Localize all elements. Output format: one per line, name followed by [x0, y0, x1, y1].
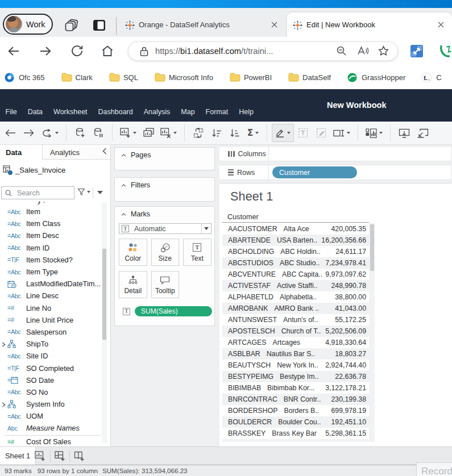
refresh-icon[interactable] — [71, 44, 84, 58]
clear-sheet-button[interactable] — [157, 124, 180, 142]
table-column-header[interactable]: Customer — [227, 213, 259, 221]
read-aloud-icon[interactable] — [357, 45, 368, 57]
tab-analytics[interactable]: Analytics — [42, 145, 110, 160]
bookmark-item[interactable]: t. C — [422, 73, 441, 82]
new-worksheet-tab-button[interactable] — [31, 447, 49, 465]
bookmark-item[interactable]: SQL — [109, 73, 138, 82]
field-row[interactable]: =T|F Item Stocked? — [0, 254, 101, 266]
datasource-item[interactable]: _Sales_Invoice — [0, 164, 110, 176]
field-row[interactable]: = SO Date — [0, 374, 101, 386]
new-story-button[interactable] — [71, 447, 88, 465]
fields-scrollbar[interactable] — [102, 202, 107, 443]
tab-close-icon[interactable] — [268, 19, 280, 31]
mark-button[interactable]: T Detail — [119, 271, 147, 298]
show-mark-labels-button[interactable] — [294, 124, 312, 142]
address-bar[interactable]: https://bi1.dataself.com/t/traini... — [128, 41, 398, 61]
table-row[interactable]: AACUSTOMER Alta Ace 420,005.35 — [222, 223, 369, 235]
mark-type-caret[interactable] — [201, 224, 211, 233]
profile-button[interactable]: Work — [3, 14, 53, 35]
field-row[interactable]: =# Line No — [0, 302, 101, 314]
table-row[interactable]: BRASSKEY Brass Key Bar 5,298,361.15 — [222, 428, 369, 439]
marks-card-header[interactable]: Marks — [121, 210, 150, 218]
field-row[interactable]: =# Line Unit Price — [0, 314, 101, 326]
fields-scrollbar-thumb[interactable] — [102, 249, 106, 340]
home-icon[interactable] — [101, 44, 114, 58]
undo-button[interactable] — [1, 124, 19, 142]
field-row[interactable]: =Abc SO No — [0, 386, 101, 398]
table-row[interactable]: BNRCONTRAC BNR Contr.. 230,199.38 — [222, 394, 369, 405]
menu-item[interactable]: File — [0, 106, 22, 118]
redo-button[interactable] — [19, 124, 38, 142]
sort-fields-icon[interactable] — [97, 191, 103, 194]
table-row[interactable]: ABCVENTURE ABC Capita.. 9,973,097.62 — [222, 269, 369, 280]
bookmark-item[interactable]: GrassHopper — [347, 73, 405, 82]
field-row[interactable]: =Abc Item Class — [0, 218, 101, 229]
zoom-out-icon[interactable] — [336, 45, 347, 57]
highlight-button[interactable] — [272, 124, 294, 142]
filter-fields-icon[interactable] — [77, 188, 90, 196]
rows-shelf[interactable]: Rows Customer — [219, 165, 452, 180]
field-row[interactable]: =Abc Line Desc — [0, 290, 101, 302]
field-row[interactable]: =Abc Item Type — [0, 266, 101, 278]
replay-button[interactable] — [38, 124, 61, 142]
totals-button[interactable]: Σ — [244, 124, 262, 142]
table-row[interactable]: APOSTELSCH Church of T.. 5,202,506.09 — [222, 325, 369, 337]
field-row[interactable]: =Abc Site ID — [0, 350, 101, 362]
menu-item[interactable]: Data — [22, 106, 48, 118]
menu-item[interactable]: Help — [234, 106, 259, 118]
workspaces-icon[interactable] — [64, 19, 79, 33]
field-row[interactable]: System Info — [0, 398, 101, 410]
duplicate-sheet-button[interactable] — [139, 124, 157, 142]
field-row[interactable]: =Abc Item ID — [0, 242, 101, 254]
collapse-pane-icon[interactable] — [102, 148, 107, 155]
tab-close-icon[interactable] — [435, 19, 446, 31]
field-row[interactable]: LastModifiedDateTim... — [0, 278, 101, 290]
table-row[interactable]: BIBIMBAB Bibimbab Kor... 3,122,178.21 — [222, 382, 369, 394]
sort-descending-button[interactable] — [226, 124, 244, 142]
expander-icon[interactable] — [2, 342, 6, 346]
sort-ascending-button[interactable] — [208, 124, 226, 142]
mark-type-dropdown[interactable]: T Automatic — [119, 223, 212, 234]
bookmark-item[interactable]: PowerBI — [230, 73, 272, 82]
table-row[interactable]: AMROBANK AMRO Bank .. 41,043.00 — [222, 303, 369, 314]
new-datasource-button[interactable] — [71, 124, 89, 142]
table-row[interactable]: BOULDERCR Boulder Cou.. 192,451.10 — [222, 416, 369, 428]
mark-button[interactable]: T Text — [183, 239, 212, 266]
menu-item[interactable]: Dashboard — [93, 106, 138, 118]
field-row-partial[interactable]: y . — [26, 202, 94, 206]
show-me-button[interactable] — [363, 124, 385, 142]
table-row[interactable]: ASBLBAR Nautilus Bar S.. 18,803.27 — [222, 348, 369, 360]
menu-item[interactable]: Format — [200, 106, 234, 118]
table-row[interactable]: ABCSTUDIOS ABC Studio.. 7,234,978.41 — [222, 257, 369, 269]
table-row[interactable]: BORDERSHOP Borders B.. 699,978.19 — [222, 405, 369, 416]
table-row[interactable]: ABCHOLDING ABC Holdin.. 24,611.17 — [222, 246, 369, 257]
table-row[interactable]: ALPHABETLD Alphabetla.. 38,800.00 — [222, 291, 369, 303]
expander-icon[interactable] — [2, 402, 6, 407]
table-row[interactable]: ABARTENDE USA Barten.. 16,200,356.66 — [222, 235, 369, 246]
customer-pill[interactable]: Customer — [272, 166, 357, 178]
cell-size-button[interactable] — [330, 124, 353, 142]
table-row[interactable]: BEAUTYSCH New York In.. 2,924,744.40 — [222, 360, 369, 371]
pause-updates-button[interactable] — [89, 124, 107, 142]
forward-icon[interactable] — [39, 44, 52, 58]
field-row[interactable]: =Abc Item Desc — [0, 229, 101, 241]
back-icon[interactable] — [7, 44, 20, 58]
tab-actions-icon[interactable] — [93, 19, 106, 31]
search-input[interactable] — [17, 189, 63, 197]
presentation-mode-button[interactable] — [395, 124, 413, 142]
record-overlay[interactable]: Record — [416, 462, 452, 476]
browser-tab-orange[interactable]: Orange - DataSelf Analytics — [119, 12, 285, 37]
table-scrollbar-thumb[interactable] — [370, 224, 374, 271]
field-row[interactable]: Abc Measure Names — [0, 422, 101, 434]
table-row[interactable]: ACTIVESTAF Active Staffi.. 248,990.78 — [222, 280, 369, 291]
field-row[interactable]: =Abc Salesperson — [0, 326, 101, 338]
mark-button[interactable]: T Color — [119, 239, 147, 266]
grasshopper-phone-extension-icon[interactable] — [439, 44, 452, 58]
bookmark-item[interactable]: Ofc 365 — [5, 73, 45, 82]
field-row[interactable]: =# Cost Of Sales — [0, 436, 101, 448]
bookmark-item[interactable]: Microsoft Info — [155, 73, 213, 82]
field-row[interactable]: =Abc UOM — [0, 410, 101, 422]
bookmark-item[interactable]: Clark — [61, 73, 93, 82]
window-resizer-extension-icon[interactable] — [410, 45, 423, 57]
table-row[interactable]: BESTYPEIMG Bestype Im.. 22,636.78 — [222, 371, 369, 382]
